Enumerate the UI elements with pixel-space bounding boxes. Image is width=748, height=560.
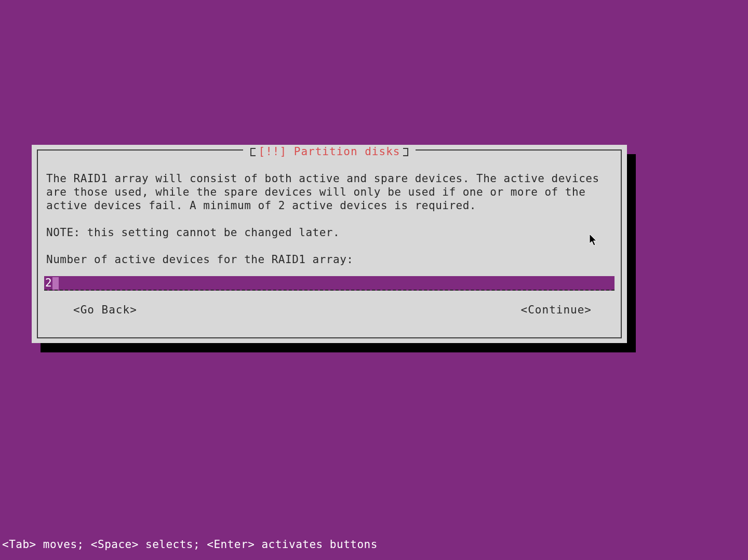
description-text: The RAID1 array will consist of both act… bbox=[46, 172, 612, 212]
dialog-title-text: [!!] Partition disks bbox=[259, 145, 400, 158]
note-text: NOTE: this setting cannot be changed lat… bbox=[46, 226, 612, 239]
partition-dialog: [!!] Partition disks The RAID1 array wil… bbox=[32, 145, 627, 343]
text-cursor-icon bbox=[52, 277, 59, 290]
dialog-title-wrap: [!!] Partition disks bbox=[32, 145, 627, 158]
footer-hint: <Tab> moves; <Space> selects; <Enter> ac… bbox=[2, 538, 378, 551]
button-row: <Go Back> <Continue> bbox=[46, 304, 612, 316]
continue-button[interactable]: <Continue> bbox=[521, 304, 592, 316]
active-devices-input[interactable]: 2 bbox=[44, 276, 615, 291]
dialog-title: [!!] Partition disks bbox=[243, 145, 416, 158]
title-bracket-right-icon bbox=[403, 148, 408, 156]
dialog-content: The RAID1 array will consist of both act… bbox=[46, 172, 612, 266]
input-value: 2 bbox=[44, 276, 52, 290]
prompt-text: Number of active devices for the RAID1 a… bbox=[46, 253, 612, 266]
mouse-cursor-icon bbox=[589, 234, 598, 250]
title-bracket-left-icon bbox=[250, 148, 256, 156]
go-back-button[interactable]: <Go Back> bbox=[73, 304, 137, 316]
